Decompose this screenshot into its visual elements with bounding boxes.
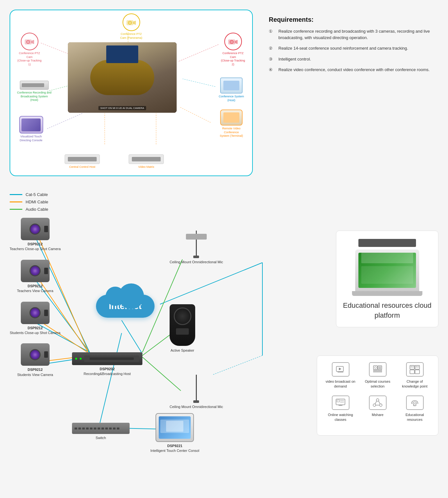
svg-point-64 (376, 399, 379, 401)
central-control-host: Central Control Host (65, 154, 100, 169)
recording-sys-label: Conference Recording andBroadcasting Sys… (17, 91, 52, 102)
camera-lens-1 (29, 224, 41, 235)
active-speaker: Active Speaker (170, 304, 195, 352)
camera-column: DSP9212 Teachers Close-up Shot Camera DS… (10, 218, 61, 384)
top-section: Conference PTZ Cam (Panorama) Conference… (0, 0, 448, 183)
camera-lens-3 (29, 307, 41, 318)
svg-marker-16 (31, 40, 34, 44)
svg-rect-62 (340, 400, 344, 401)
switch-port-5 (90, 428, 92, 429)
switch-port-2 (78, 428, 81, 429)
camera-model-3: DSP9212 Students Close-up Shot Camera (10, 326, 60, 336)
switch-port-8 (101, 428, 104, 429)
network-switch: Switch (72, 423, 130, 440)
svg-point-11 (129, 22, 131, 23)
svg-rect-51 (411, 367, 414, 368)
video-matrix-label: Video Matrix (130, 165, 162, 169)
svg-rect-47 (373, 371, 382, 372)
edu-platform-title: Educational resources cloud platform (343, 301, 432, 321)
ceiling-mic-2-label: Ceiling Mount Omnidirectional Mic (170, 404, 223, 409)
educational-resources-icon (406, 396, 424, 410)
speaker-body (170, 304, 195, 346)
svg-rect-41 (373, 366, 377, 370)
features-grid: video broadcast on demand Optimal course… (317, 355, 438, 436)
rack-unit (72, 352, 142, 365)
camera-body-3 (21, 302, 50, 324)
feature-video-broadcast: video broadcast on demand (324, 362, 357, 389)
switch-body (72, 423, 130, 434)
feature-educational-resources-label: Educational resources (398, 412, 432, 422)
feature-online-watching: Online watching classes (324, 396, 357, 422)
ceiling-mic-2: Ceiling Mount Omnidirectional Mic (170, 375, 223, 409)
camera-model-2: DSP9212 Teachers View Camera (17, 284, 53, 294)
recording-broadcasting-system: Conference Recording andBroadcasting Sys… (17, 81, 52, 102)
svg-point-42 (374, 367, 376, 369)
legend-cat5: Cat-5 Cable (10, 192, 48, 197)
req-item-3: ③ Intelligent control. (269, 56, 432, 62)
svg-line-6 (180, 107, 211, 123)
svg-rect-54 (418, 366, 419, 367)
svg-line-29 (122, 320, 142, 354)
svg-rect-43 (378, 366, 382, 370)
console-screen (159, 416, 191, 439)
cat5-label: Cat-5 Cable (26, 192, 48, 197)
legend-hdmi: HDMI Cable (10, 200, 48, 204)
conference-diagram: Conference PTZ Cam (Panorama) Conference… (10, 10, 253, 176)
audio-label: Audio Cable (26, 207, 48, 212)
svg-point-65 (373, 404, 376, 406)
rack-led (75, 358, 77, 360)
svg-rect-55 (416, 367, 419, 368)
camera-teachers-closeup: DSP9212 Teachers Close-up Shot Camera (10, 218, 61, 252)
camera-students-view: DSP9212 Students View Camera (10, 343, 61, 377)
camera-body-4 (21, 343, 50, 366)
features-row-2: Online watching classes Mshare (324, 396, 432, 422)
hdmi-label: HDMI Cable (26, 200, 48, 204)
switch-port-10 (109, 428, 112, 429)
camera-lens-4 (29, 349, 41, 360)
legend-audio: Audio Cable (10, 207, 48, 212)
svg-line-31 (99, 333, 122, 426)
remote-video-label: Remote Video ConferenceSystem (Terminal) (217, 127, 246, 138)
svg-line-5 (47, 113, 83, 129)
audio-line (10, 209, 22, 210)
camera-lens-2 (29, 265, 41, 276)
mic-plate (186, 234, 207, 240)
touch-directing-console: Visualized Touch Directing Console (17, 116, 45, 142)
svg-rect-49 (411, 366, 412, 367)
camera-students-closeup: DSP9212 Students Close-up Shot Camera (10, 302, 61, 336)
mic2-rod (196, 375, 197, 400)
svg-line-2 (178, 45, 219, 62)
ceiling-mic-1-label: Ceiling Mount Omnidirectional Mic (170, 260, 223, 265)
mshare-icon (369, 396, 387, 410)
educational-platform: Educational resources cloud platform (336, 231, 438, 327)
feature-video-broadcast-label: video broadcast on demand (324, 379, 357, 389)
switch-port-11 (113, 428, 116, 429)
svg-line-68 (379, 401, 380, 404)
recording-host-label: DSP9202 Recording&Broadcasting Host (72, 367, 142, 377)
svg-rect-61 (337, 400, 340, 402)
laptop-base (352, 291, 422, 296)
video-matrix: Video Matrix (129, 154, 164, 169)
touch-center-console: DSP9221 Intelligent Touch Center Consol (150, 413, 199, 453)
requirements-title: Requirements: (269, 16, 432, 23)
central-control-label: Central Control Host (66, 165, 98, 169)
feature-mshare: Mshare (361, 396, 395, 422)
camera-body-2 (21, 260, 50, 282)
svg-rect-45 (379, 368, 381, 369)
svg-marker-20 (235, 40, 237, 44)
camera-body-1 (21, 218, 50, 240)
svg-marker-12 (133, 21, 136, 25)
feature-knowledge-change-label: Change of knowledge point (398, 379, 432, 389)
switch-port-9 (105, 428, 108, 429)
svg-rect-53 (416, 366, 417, 367)
laptop-screen (358, 253, 416, 288)
video-broadcast-icon (332, 362, 349, 377)
cam-left-label: Conference PTZ Cam(Close-up Tracking 1) (17, 52, 42, 67)
recording-broadcasting-host: DSP9202 Recording&Broadcasting Host (72, 352, 142, 377)
knowledge-change-icon (406, 362, 424, 377)
svg-line-67 (375, 401, 377, 404)
feature-optimal-courses: Optimal courses selection (361, 362, 395, 389)
internet-cloud: Internet (96, 295, 155, 318)
mic-head (193, 256, 199, 258)
conference-system: Conference System(Host) (217, 78, 246, 102)
